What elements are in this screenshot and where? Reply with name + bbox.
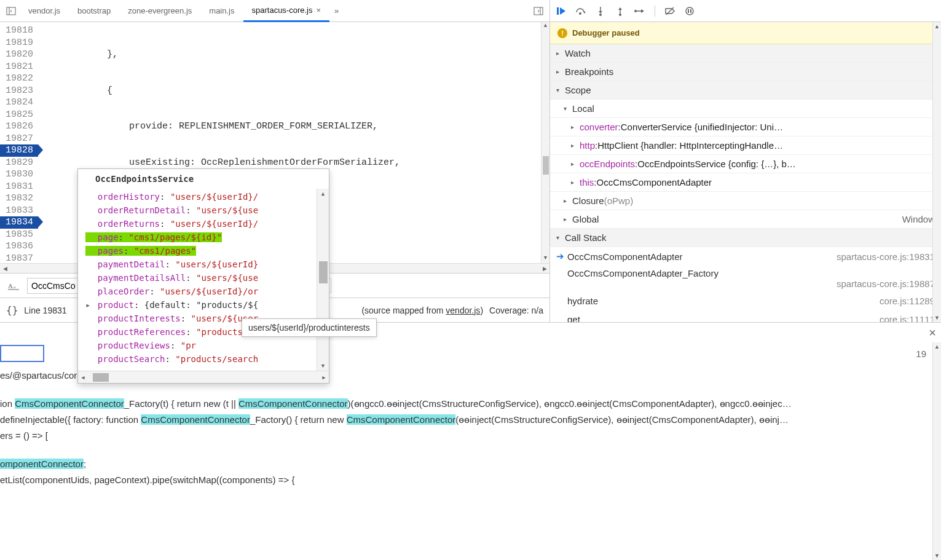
- line-number: 19826: [0, 120, 38, 133]
- svg-point-19: [634, 10, 637, 12]
- regex-toggle-icon[interactable]: Aa: [4, 276, 23, 296]
- result-line[interactable]: etList(componentUids, pageContext).pipe(…: [0, 472, 941, 488]
- value-tooltip: OccEndpointsService orderHistory: "users…: [77, 168, 329, 384]
- hover-tip: users/${userId}/productinterests: [242, 318, 377, 337]
- line-number-breakpoint[interactable]: 19834: [0, 216, 38, 229]
- scroll-up-icon[interactable]: ▲: [933, 342, 941, 351]
- deactivate-breakpoints-icon[interactable]: [664, 5, 676, 17]
- pause-on-exceptions-icon[interactable]: [683, 5, 696, 17]
- scope-var[interactable]: ▸occEndpoints: OccEndpointsService {conf…: [550, 155, 941, 173]
- scope-global[interactable]: ▸GlobalWindow: [550, 210, 941, 229]
- svg-point-10: [579, 12, 581, 15]
- line-gutter[interactable]: 19818 19819 19820 19821 19822 19823 1982…: [0, 22, 38, 263]
- step-out-icon[interactable]: [614, 5, 626, 17]
- tab-label: zone-evergreen.js: [128, 6, 192, 15]
- tooltip-content[interactable]: orderHistory: "users/${userId}/ orderRet…: [78, 189, 317, 371]
- source-map-info: (source mapped from vendor.js): [361, 306, 483, 315]
- svg-marker-12: [599, 11, 602, 14]
- scope-closure[interactable]: ▸Closure (oPwp): [550, 192, 941, 210]
- close-icon[interactable]: ×: [316, 6, 321, 15]
- code-line: provide: REPLENISHMENT_ORDER_FORM_SERIAL…: [38, 120, 541, 133]
- code-line: useExisting: OccReplenishmentOrderFormSe…: [38, 157, 541, 169]
- line-number: 19837: [0, 253, 38, 264]
- sidebar-toggle-icon[interactable]: [2, 2, 20, 20]
- scroll-up-icon[interactable]: ▲: [541, 22, 549, 31]
- tab-label: bootstrap: [77, 6, 111, 15]
- editor-vscrollbar[interactable]: ▲ ▼: [541, 22, 549, 263]
- tab-main-js[interactable]: main.js: [200, 0, 243, 22]
- tab-vendor-js[interactable]: vendor.js: [20, 0, 69, 22]
- tooltip-hscrollbar[interactable]: ◀ ▶: [78, 371, 329, 383]
- search-results[interactable]: es/@spartacus/core/__ivy_ngcc__/fesm2015…: [0, 365, 941, 488]
- line-number-breakpoint[interactable]: 19828: [0, 144, 38, 157]
- more-panes-icon[interactable]: [530, 2, 547, 20]
- line-number: 19835: [0, 229, 38, 241]
- scroll-right-icon[interactable]: ▶: [540, 266, 549, 272]
- scroll-left-icon[interactable]: ◀: [0, 266, 10, 272]
- results-vscrollbar[interactable]: ▲ ▼: [932, 342, 941, 560]
- tab-zone-evergreen[interactable]: zone-evergreen.js: [119, 0, 200, 22]
- svg-text:A: A: [8, 282, 13, 290]
- svg-rect-0: [7, 7, 15, 15]
- warning-icon: !: [557, 28, 567, 38]
- search-scope-input[interactable]: [0, 345, 44, 362]
- line-number: 19830: [0, 168, 38, 181]
- line-number: 19827: [0, 133, 38, 145]
- scroll-left-icon[interactable]: ◀: [78, 374, 88, 381]
- scope-var[interactable]: ▸this: OccCmsComponentAdapter: [550, 173, 941, 192]
- step-over-icon[interactable]: [575, 5, 587, 17]
- source-map-link[interactable]: vendor.js: [446, 306, 480, 315]
- tab-label: main.js: [209, 6, 234, 15]
- scope-var[interactable]: ▸http: HttpClient {handler: HttpIntercep…: [550, 136, 941, 155]
- scroll-down-icon[interactable]: ▼: [933, 551, 941, 560]
- coverage-info: Coverage: n/a: [489, 306, 543, 315]
- callstack-frame[interactable]: ➔OccCmsComponentAdapterspartacus-core.js…: [550, 247, 941, 266]
- tooltip-title: OccEndpointsService: [78, 169, 329, 189]
- scope-header[interactable]: ▾Scope: [550, 81, 941, 100]
- scroll-right-icon[interactable]: ▶: [319, 374, 329, 381]
- callstack-frame[interactable]: hydratecore.js:11289: [550, 291, 941, 310]
- scroll-thumb[interactable]: [543, 156, 549, 175]
- svg-marker-15: [618, 7, 622, 10]
- line-number: 19819: [0, 37, 38, 49]
- debugger-vscrollbar[interactable]: ▲ ▼: [932, 22, 941, 322]
- tab-overflow-icon[interactable]: »: [329, 6, 344, 15]
- svg-rect-2: [534, 7, 543, 15]
- step-into-icon[interactable]: [594, 5, 607, 17]
- tab-label: vendor.js: [28, 6, 60, 15]
- svg-marker-9: [584, 11, 586, 14]
- debugger-toolbar: [550, 0, 941, 22]
- line-number: 19831: [0, 181, 38, 193]
- svg-marker-8: [560, 7, 565, 15]
- callstack-header[interactable]: ▾Call Stack: [550, 229, 941, 247]
- scroll-thumb[interactable]: [93, 373, 109, 382]
- result-line[interactable]: omponentConnector;: [0, 456, 941, 472]
- svg-rect-24: [690, 9, 691, 13]
- callstack-frame[interactable]: OccCmsComponentAdapter_Factoryspartacus-…: [550, 266, 941, 291]
- scope-local[interactable]: ▾Local: [550, 100, 941, 118]
- debugger-sections: ▸Watch ▸Breakpoints ▾Scope ▾Local ▸conve…: [550, 44, 941, 322]
- tooltip-vscrollbar[interactable]: ▲ ▼: [317, 189, 329, 371]
- line-number: 19833: [0, 205, 38, 217]
- scroll-down-icon[interactable]: ▼: [933, 314, 941, 322]
- result-line[interactable]: defineInjectable({ factory: function Cms…: [0, 412, 941, 428]
- result-line[interactable]: ers = () => [: [0, 428, 941, 444]
- close-icon[interactable]: ×: [929, 326, 936, 340]
- watch-header[interactable]: ▸Watch: [550, 44, 941, 63]
- resume-icon[interactable]: [555, 5, 567, 17]
- scroll-thumb[interactable]: [319, 261, 328, 283]
- tab-bootstrap[interactable]: bootstrap: [69, 0, 119, 22]
- result-line[interactable]: ion CmsComponentConnector_Factory(t) { r…: [0, 396, 941, 412]
- scroll-down-icon[interactable]: ▼: [317, 361, 329, 371]
- scroll-up-icon[interactable]: ▲: [317, 189, 329, 199]
- step-icon[interactable]: [634, 5, 646, 17]
- breakpoints-header[interactable]: ▸Breakpoints: [550, 63, 941, 81]
- scroll-down-icon[interactable]: ▼: [541, 254, 549, 263]
- scroll-up-icon[interactable]: ▲: [933, 22, 941, 31]
- tab-spartacus-core[interactable]: spartacus-core.js×: [243, 0, 330, 22]
- line-number: 19822: [0, 73, 38, 85]
- callstack-frame[interactable]: getcore.js:11111: [550, 310, 941, 322]
- scope-var[interactable]: ▸converter: ConverterService {unifiedInj…: [550, 118, 941, 136]
- pretty-print-icon[interactable]: {}: [6, 304, 18, 316]
- line-number: 19836: [0, 240, 38, 253]
